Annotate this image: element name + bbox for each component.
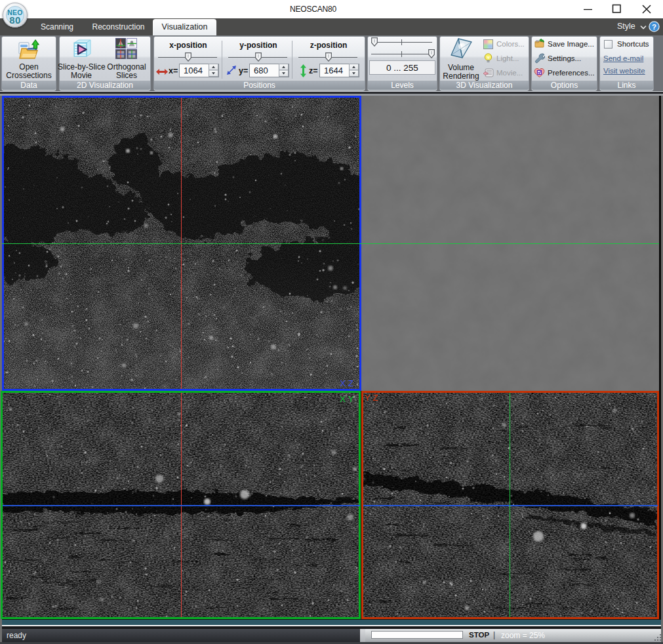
svg-text:?: ?	[652, 23, 656, 31]
